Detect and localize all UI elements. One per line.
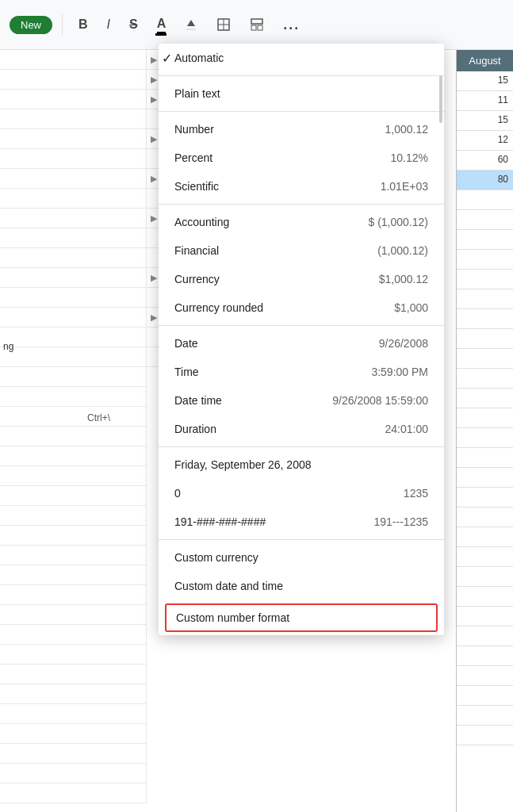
august-cell (457, 448, 513, 468)
menu-item-label: Scientific (174, 180, 219, 193)
svg-rect-5 (258, 25, 262, 30)
new-badge: New (10, 16, 52, 34)
menu-item-custom-number-format[interactable]: Custom number format (165, 603, 438, 632)
grid-row (0, 228, 147, 248)
grid-row (0, 486, 147, 506)
august-cell: 15 (457, 111, 513, 131)
menu-item-value: 1,000.12 (385, 123, 429, 136)
august-cell (457, 607, 513, 626)
menu-item-value: 191---1235 (374, 515, 429, 528)
menu-divider (159, 111, 444, 112)
menu-divider (159, 204, 444, 205)
menu-item-custom-date-and-time[interactable]: Custom date and time (159, 572, 444, 600)
menu-item-label: Duration (174, 423, 216, 435)
menu-item-label: Friday, September 26, 2008 (174, 458, 312, 471)
august-cell (457, 488, 513, 508)
menu-item-label: 0 (174, 487, 181, 500)
menu-item-automatic[interactable]: ✓Automatic (159, 44, 444, 72)
bold-button[interactable]: B (72, 13, 94, 36)
menu-item-value: $ (1,000.12) (369, 216, 429, 228)
grid-row (0, 308, 147, 327)
menu-item-value: 1.01E+03 (381, 180, 428, 193)
grid-row (0, 109, 147, 129)
menu-item-financial[interactable]: Financial(1,000.12) (159, 236, 444, 265)
menu-item-value: 24:01:00 (385, 423, 429, 435)
grid-text-ng: ng (3, 341, 13, 352)
grid-row (0, 605, 147, 625)
toolbar-divider-1 (62, 13, 63, 36)
more-options-button[interactable]: ... (277, 12, 306, 38)
svg-rect-3 (251, 19, 262, 24)
grid-row (0, 645, 147, 665)
fill-color-button[interactable] (178, 13, 204, 36)
strikethrough-button[interactable]: S (123, 13, 144, 36)
grid-row (0, 724, 147, 744)
grid-row (0, 268, 147, 288)
menu-item-date-time[interactable]: Date time9/26/2008 15:59:00 (159, 386, 444, 415)
grid-row (0, 149, 147, 169)
menu-item-191-------------[interactable]: 191-###-###-####191---1235 (159, 508, 444, 536)
menu-item-value: 10.12% (391, 151, 428, 164)
menu-item-scientific[interactable]: Scientific1.01E+03 (159, 172, 444, 201)
grid-row (0, 327, 147, 347)
august-cell (457, 309, 513, 329)
grid-row (0, 407, 147, 427)
august-cell (457, 428, 513, 448)
grid-row (0, 427, 147, 446)
grid-row (0, 129, 147, 149)
august-column: August 151115126080 (456, 50, 513, 812)
august-cell (457, 666, 513, 686)
menu-item-date[interactable]: Date9/26/2008 (159, 329, 444, 358)
august-cell: 80 (457, 170, 513, 190)
grid-row (0, 70, 147, 90)
menu-item-label: Automatic (174, 52, 224, 64)
menu-item-number[interactable]: Number1,000.12 (159, 115, 444, 144)
august-cell (457, 646, 513, 666)
menu-item-currency-rounded[interactable]: Currency rounded$1,000 (159, 293, 444, 322)
grid-text-ctrl: Ctrl+\ (87, 412, 110, 423)
italic-button[interactable]: I (101, 13, 117, 36)
grid-row (0, 744, 147, 764)
grid-row (0, 50, 147, 70)
grid-row (0, 189, 147, 209)
menu-item-0[interactable]: 01235 (159, 479, 444, 508)
august-cell (457, 190, 513, 210)
grid-row (0, 387, 147, 407)
menu-item-plain-text[interactable]: Plain text (159, 79, 444, 108)
menu-item-label: Accounting (174, 216, 229, 228)
august-cell: 15 (457, 71, 513, 91)
august-cell (457, 289, 513, 309)
august-cell (457, 250, 513, 270)
menu-item-label: Financial (174, 244, 219, 257)
format-dropdown-menu: ✓AutomaticPlain textNumber1,000.12Percen… (159, 44, 444, 635)
august-cell (457, 468, 513, 488)
menu-item-accounting[interactable]: Accounting$ (1,000.12) (159, 208, 444, 236)
borders-button[interactable] (210, 13, 237, 36)
menu-item-friday--september-26--2008[interactable]: Friday, September 26, 2008 (159, 450, 444, 479)
grid-row (0, 169, 147, 189)
august-cell: 60 (457, 151, 513, 170)
font-color-button[interactable]: A (151, 12, 173, 38)
svg-rect-4 (251, 25, 256, 30)
menu-item-duration[interactable]: Duration24:01:00 (159, 415, 444, 443)
august-cell (457, 626, 513, 646)
dropdown-scrollbar[interactable] (439, 75, 442, 123)
menu-item-label: Number (174, 123, 214, 136)
menu-item-currency[interactable]: Currency$1,000.12 (159, 265, 444, 293)
menu-item-label: Percent (174, 151, 212, 164)
august-cell (457, 547, 513, 567)
grid-row (0, 783, 147, 803)
menu-item-label: Custom date and time (174, 580, 283, 592)
august-cell (457, 726, 513, 745)
menu-item-percent[interactable]: Percent10.12% (159, 144, 444, 172)
merge-button[interactable] (243, 13, 270, 36)
august-cell (457, 508, 513, 527)
august-cell (457, 389, 513, 408)
menu-item-label: Custom number format (176, 611, 289, 624)
grid-row (0, 90, 147, 109)
menu-item-time[interactable]: Time3:59:00 PM (159, 358, 444, 386)
menu-item-value: 1235 (404, 487, 428, 500)
august-cells: 151115126080 (457, 71, 513, 745)
menu-item-custom-currency[interactable]: Custom currency (159, 543, 444, 572)
menu-divider (159, 539, 444, 540)
